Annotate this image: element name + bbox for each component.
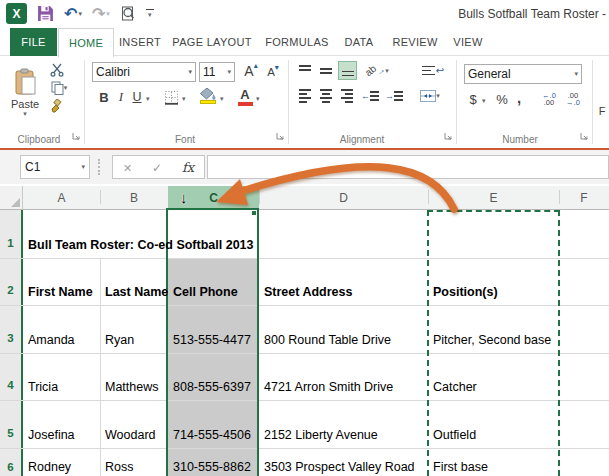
font-color-button[interactable]: A [236, 85, 254, 107]
row-header-3[interactable]: 3 [0, 305, 21, 353]
cell-b3[interactable]: Ryan [100, 305, 168, 353]
cell-e2[interactable]: Position(s) [428, 258, 559, 305]
cell-b5[interactable]: Woodard [100, 400, 168, 448]
alignment-dialog-launcher[interactable] [444, 132, 454, 142]
tab-review[interactable]: REVIEW [386, 28, 444, 56]
percent-style-button[interactable]: % [494, 90, 510, 108]
column-header-a[interactable]: A [23, 186, 100, 210]
font-dialog-launcher[interactable] [276, 132, 286, 142]
paste-button[interactable]: Paste [8, 60, 42, 126]
increase-decimal-button[interactable]: ←.0.00 [538, 89, 560, 109]
decrease-decimal-button[interactable]: .00→.0 [562, 89, 584, 109]
formula-input[interactable] [207, 155, 609, 179]
underline-dropdown-icon[interactable] [146, 95, 150, 103]
column-header-e[interactable]: E [428, 186, 559, 210]
tab-formulas[interactable]: FORMULAS [260, 28, 334, 56]
cell-e6[interactable]: First base [428, 448, 559, 476]
cell-e4[interactable]: Catcher [428, 353, 559, 400]
borders-button[interactable] [162, 88, 180, 106]
copy-button[interactable] [46, 80, 72, 96]
cell-b2[interactable]: Last Name [100, 258, 168, 305]
row-header-6[interactable]: 6 [0, 448, 21, 476]
print-preview-button[interactable] [120, 5, 136, 22]
enter-icon[interactable] [152, 158, 162, 176]
middle-align-button[interactable] [317, 62, 335, 80]
decrease-indent-button[interactable]: ← [360, 87, 380, 105]
align-right-button[interactable] [338, 87, 356, 105]
row-header-1[interactable]: 1 [0, 210, 21, 258]
format-painter-button[interactable] [48, 98, 66, 114]
cell-a5[interactable]: Josefina [23, 400, 100, 448]
bold-button[interactable]: B [96, 88, 112, 106]
font-name-combo[interactable]: Calibri [92, 62, 196, 82]
column-header-d[interactable]: D [259, 186, 428, 210]
cell-c2[interactable]: Cell Phone [168, 258, 257, 305]
cell-c6[interactable]: 310-555-8862 [168, 448, 257, 476]
tab-data[interactable]: DATA [336, 28, 382, 56]
decrease-font-size-button[interactable]: A▾ [263, 61, 283, 83]
undo-button[interactable]: ↶ [64, 6, 82, 22]
cell-b6[interactable]: Ross [100, 448, 168, 476]
cell-e3[interactable]: Pitcher, Second base [428, 305, 559, 353]
cell-a2[interactable]: First Name [23, 258, 100, 305]
cell-b4[interactable]: Matthews [100, 353, 168, 400]
save-button[interactable] [37, 5, 54, 22]
cell-a4[interactable]: Tricia [23, 353, 100, 400]
increase-font-size-button[interactable]: A▴ [241, 60, 261, 82]
font-size-combo[interactable]: 11 [199, 62, 235, 82]
excel-logo-icon[interactable]: X [6, 3, 27, 24]
row-header-4[interactable]: 4 [0, 353, 21, 400]
tab-insert[interactable]: INSERT [114, 28, 166, 56]
italic-button[interactable]: I [114, 88, 128, 106]
increase-indent-button[interactable]: → [384, 87, 404, 105]
column-header-f[interactable]: F [559, 186, 609, 210]
column-header-b[interactable]: B [100, 186, 168, 210]
row-header-2[interactable]: 2 [0, 258, 21, 305]
merge-center-icon [420, 90, 436, 102]
customize-qat-button[interactable] [146, 9, 154, 19]
cell-a1[interactable]: Bull Team Roster: Co-ed Softball 2013 [23, 210, 257, 258]
cancel-icon[interactable] [123, 158, 132, 176]
borders-dropdown-icon[interactable] [182, 95, 186, 103]
cut-button[interactable] [48, 62, 66, 78]
top-align-button[interactable] [296, 62, 314, 80]
clipboard-dialog-launcher[interactable] [72, 132, 82, 142]
name-box[interactable]: C1 [20, 155, 90, 179]
orientation-button[interactable]: ab → [364, 61, 390, 80]
cell-a3[interactable]: Amanda [23, 305, 100, 353]
tab-view[interactable]: VIEW [446, 28, 490, 56]
fill-color-button[interactable] [198, 86, 218, 106]
cell-d6[interactable]: 3503 Prospect Valley Road [259, 448, 428, 476]
redo-button[interactable]: ↷ [92, 6, 110, 22]
conditional-formatting-partial[interactable]: F [596, 104, 608, 118]
underline-button[interactable]: U [130, 88, 144, 106]
row-header-5[interactable]: 5 [0, 400, 21, 448]
cell-e5[interactable]: Outfield [428, 400, 559, 448]
cell-c4[interactable]: 808-555-6397 [168, 353, 257, 400]
accounting-dropdown-icon[interactable] [482, 97, 486, 105]
number-format-combo[interactable]: General [464, 64, 582, 84]
cell-d5[interactable]: 2152 Liberty Avenue [259, 400, 428, 448]
cell-c3[interactable]: 513-555-4477 [168, 305, 257, 353]
merge-center-button[interactable] [418, 87, 442, 105]
cell-d2[interactable]: Street Address [259, 258, 428, 305]
wrap-text-button[interactable]: ↩ [420, 61, 446, 80]
tab-page-layout[interactable]: PAGE LAYOUT [168, 28, 256, 56]
font-color-dropdown-icon[interactable] [256, 95, 260, 103]
align-left-button[interactable] [296, 87, 314, 105]
bottom-align-button[interactable] [338, 61, 357, 80]
insert-function-button[interactable]: fx [182, 160, 194, 175]
fill-color-dropdown-icon[interactable] [220, 95, 224, 103]
tab-home[interactable]: HOME [58, 28, 114, 57]
number-dialog-launcher[interactable] [580, 132, 590, 142]
cell-d4[interactable]: 4721 Arron Smith Drive [259, 353, 428, 400]
font-color-swatch [238, 102, 253, 106]
cell-c5[interactable]: 714-555-4506 [168, 400, 257, 448]
align-center-button[interactable] [317, 87, 335, 105]
cell-a6[interactable]: Rodney [23, 448, 100, 476]
comma-style-button[interactable]: , [514, 88, 524, 106]
select-all-button[interactable] [0, 186, 23, 210]
cell-d3[interactable]: 800 Round Table Drive [259, 305, 428, 353]
tab-file[interactable]: FILE [10, 28, 57, 56]
accounting-format-button[interactable]: $ [466, 90, 480, 108]
